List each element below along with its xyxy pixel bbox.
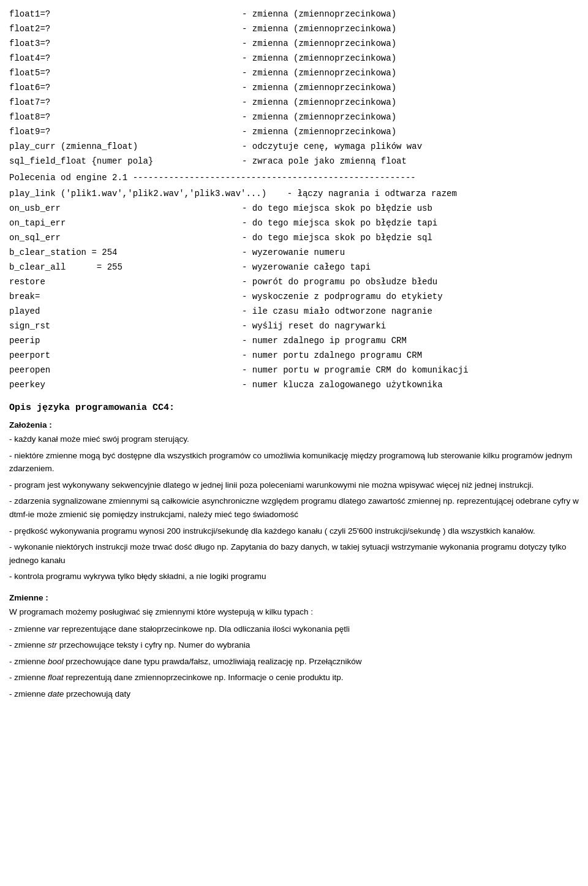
code-line: float1=?- zmienna (zmiennoprzecinkowa) [9, 8, 579, 21]
code-term: on_sql_err [9, 232, 242, 244]
code-line: on_sql_err- do tego miejsca skok po błęd… [9, 232, 579, 244]
code-term: float2=? [9, 23, 242, 36]
code-line: float3=?- zmienna (zmiennoprzecinkowa) [9, 37, 579, 50]
code-desc: - zmienna (zmiennoprzecinkowa) [242, 67, 396, 80]
code-desc: - wyzerowanie numeru [242, 246, 345, 259]
code-line: b_clear_station = 254- wyzerowanie numer… [9, 246, 579, 259]
code-term: sign_rst [9, 320, 242, 333]
paragraph: - wykonanie niektórych instrukcji może t… [9, 540, 579, 567]
code-desc: - wyzerowanie całego tapi [242, 261, 371, 274]
code-term: play_link ('plik1.wav','plik2.wav','plik… [9, 187, 262, 200]
code-term: float9=? [9, 126, 242, 138]
section-heading: Opis języka programowania CC4: [9, 403, 579, 413]
code-line: on_usb_err- do tego miejsca skok po błęd… [9, 202, 579, 215]
code-desc: - do tego miejsca skok po błędzie sql [242, 232, 432, 244]
paragraph: - zmienne bool przechowujące dane typu p… [9, 655, 579, 668]
code-line: float2=?- zmienna (zmiennoprzecinkowa) [9, 23, 579, 36]
code-desc: - zmienna (zmiennoprzecinkowa) [242, 52, 396, 65]
code-line: float7=?- zmienna (zmiennoprzecinkowa) [9, 96, 579, 109]
code-desc: - ile czasu miało odtworzone nagranie [242, 305, 432, 318]
code-desc: - numer zdalnego ip programu CRM [242, 335, 407, 347]
code-desc: ) - łączy nagrania i odtwarza razem [262, 187, 457, 200]
code-line: peeropen- numer portu w programie CRM do… [9, 364, 579, 377]
code-line: float9=?- zmienna (zmiennoprzecinkowa) [9, 126, 579, 138]
paragraph: - zmienne var reprezentujące dane stałop… [9, 623, 579, 636]
code-desc: - powrót do programu po obsłudze błedu [242, 276, 437, 289]
code-desc: - zmienna (zmiennoprzecinkowa) [242, 81, 396, 94]
code-term: float3=? [9, 37, 242, 50]
code-term: peeropen [9, 364, 242, 377]
subsection-zalozenia: Założenia : [9, 420, 579, 430]
code-desc: - zmienna (zmiennoprzecinkowa) [242, 8, 396, 21]
code-term: play_curr (zmienna_float) [9, 140, 242, 153]
code-desc: - numer portu zdalnego programu CRM [242, 349, 422, 362]
code-line: float4=?- zmienna (zmiennoprzecinkowa) [9, 52, 579, 65]
code-desc: - zmienna (zmiennoprzecinkowa) [242, 126, 396, 138]
code-desc: - do tego miejsca skok po błędzie tapi [242, 217, 437, 230]
paragraph: - kontrola programu wykrywa tylko błędy … [9, 570, 579, 583]
code-desc: - zmienna (zmiennoprzecinkowa) [242, 111, 396, 124]
code-term: on_tapi_err [9, 217, 242, 230]
code-line: played- ile czasu miało odtworzone nagra… [9, 305, 579, 318]
code-line: peerkey- numer klucza zalogowanego użytk… [9, 379, 579, 392]
code-line: restore- powrót do programu po obsłudze … [9, 276, 579, 289]
code-term: played [9, 305, 242, 318]
paragraph: - program jest wykonywany sekwencyjnie d… [9, 479, 579, 492]
code-term: float8=? [9, 111, 242, 124]
zmienne-intro: W programach możemy posługiwać się zmien… [9, 605, 579, 619]
code-line: peerport- numer portu zdalnego programu … [9, 349, 579, 362]
main-content: float1=?- zmienna (zmiennoprzecinkowa)fl… [9, 8, 579, 701]
paragraph: - zdarzenia sygnalizowane zmiennymi są c… [9, 494, 579, 521]
paragraph: - niektóre zmienne mogą być dostępne dla… [9, 449, 579, 475]
code-line: sql_field_float {numer pola}- zwraca pol… [9, 155, 579, 168]
code-desc: - numer klucza zalogowanego użytkownika [242, 379, 443, 392]
code-line: play_link ('plik1.wav','plik2.wav','plik… [9, 187, 579, 200]
code-term: break= [9, 290, 242, 303]
code-term: on_usb_err [9, 202, 242, 215]
code-line: play_curr (zmienna_float)- odczytuje cen… [9, 140, 579, 153]
subsection-zmienne: Zmienne : [9, 593, 579, 602]
code-line: float5=?- zmienna (zmiennoprzecinkowa) [9, 67, 579, 80]
float-vars-section: float1=?- zmienna (zmiennoprzecinkowa)fl… [9, 8, 579, 168]
code-line: break=- wyskoczenie z podprogramu do ety… [9, 290, 579, 303]
code-term: float5=? [9, 67, 242, 80]
code-term: b_clear_all = 255 [9, 261, 242, 274]
code-desc: - zwraca pole jako zmienną float [242, 155, 407, 168]
code-term: float6=? [9, 81, 242, 94]
paragraph: - zmienne date przechowują daty [9, 687, 579, 701]
code-desc: - odczytuje cenę, wymaga plików wav [242, 140, 422, 153]
code-term: float7=? [9, 96, 242, 109]
code-line: sign_rst- wyślij reset do nagrywarki [9, 320, 579, 333]
code-line: peerip- numer zdalnego ip programu CRM [9, 335, 579, 347]
code-desc: - numer portu w programie CRM do komunik… [242, 364, 469, 377]
paragraph: - zmienne float reprezentują dane zmienn… [9, 671, 579, 684]
paragraph: - zmienne str przechowujące teksty i cyf… [9, 638, 579, 652]
code-line: b_clear_all = 255- wyzerowanie całego ta… [9, 261, 579, 274]
code-line: on_tapi_err- do tego miejsca skok po błę… [9, 217, 579, 230]
code-term: peerkey [9, 379, 242, 392]
code-desc: - zmienna (zmiennoprzecinkowa) [242, 37, 396, 50]
code-desc: - wyskoczenie z podprogramu do etykiety [242, 290, 443, 303]
code-desc: - zmienna (zmiennoprzecinkowa) [242, 23, 396, 36]
engine-section: play_link ('plik1.wav','plik2.wav','plik… [9, 187, 579, 392]
code-desc: - wyślij reset do nagrywarki [242, 320, 386, 333]
paragraph: - każdy kanał może mieć swój program ste… [9, 433, 579, 446]
code-term: float1=? [9, 8, 242, 21]
code-term: peerport [9, 349, 242, 362]
code-term: float4=? [9, 52, 242, 65]
code-desc: - do tego miejsca skok po błędzie usb [242, 202, 432, 215]
code-line: float6=?- zmienna (zmiennoprzecinkowa) [9, 81, 579, 94]
engine-divider: Polecenia od engine 2.1 ----------------… [9, 173, 579, 183]
paragraph: - prędkość wykonywania programu wynosi 2… [9, 524, 579, 538]
code-line: float8=?- zmienna (zmiennoprzecinkowa) [9, 111, 579, 124]
code-term: peerip [9, 335, 242, 347]
code-desc: - zmienna (zmiennoprzecinkowa) [242, 96, 396, 109]
code-term: restore [9, 276, 242, 289]
code-term: sql_field_float {numer pola} [9, 155, 242, 168]
code-term: b_clear_station = 254 [9, 246, 242, 259]
